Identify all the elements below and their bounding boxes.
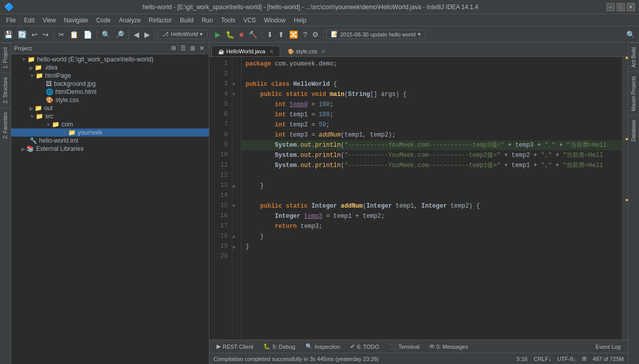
plain (286, 100, 289, 110)
plain: + (556, 140, 567, 150)
tab-close-icon[interactable]: ✕ (321, 49, 325, 54)
fold-arrow: ▼ (21, 57, 26, 62)
bottom-tab-event-log[interactable]: Event Log (590, 342, 626, 351)
plain (246, 89, 260, 100)
bottom-tab-terminal[interactable]: ⬛ Terminal (384, 342, 425, 351)
layout-icon[interactable]: ☰ (179, 44, 188, 52)
plain: (temp1, temp2); (341, 130, 395, 140)
side-tab-project[interactable]: 1: Project (1, 43, 10, 73)
toolbar-vcs-btn[interactable]: 🔀 (287, 29, 300, 40)
menu-refactor[interactable]: Refactor (145, 16, 176, 25)
toolbar-settings-btn[interactable]: ⚙ (310, 29, 321, 40)
vcs-dropdown-icon[interactable]: ▾ (418, 31, 421, 38)
java-file-icon: ☕ (218, 49, 224, 54)
menu-run[interactable]: Run (198, 16, 217, 25)
toolbar-back-btn[interactable]: ◀ (132, 29, 141, 40)
window-controls[interactable]: ─ □ ✕ (606, 3, 635, 11)
plain: temp1, (392, 201, 421, 211)
toolbar-help-btn[interactable]: ? (301, 29, 309, 40)
vcs-commit-msg[interactable]: 📝 2015-08-30 update hello world ▾ (326, 29, 425, 39)
toolbar-stop-btn[interactable]: ■ (237, 29, 246, 40)
side-tab-structure[interactable]: 2: Structure (1, 73, 10, 108)
toolbar-find-btn[interactable]: 🔍 (100, 29, 112, 40)
plain: } (246, 231, 264, 242)
maximize-button[interactable]: □ (617, 3, 625, 11)
tree-item-style-css[interactable]: 🎨 style.css (11, 96, 209, 104)
tree-item-bg-jpg[interactable]: 🖼 background.jpg (11, 80, 209, 88)
menu-vcs[interactable]: VCS (239, 16, 260, 25)
bottom-tab-todo[interactable]: ✔ 6: TODO (345, 342, 384, 351)
gutter-3[interactable]: ▼ (232, 79, 241, 89)
gutter-4[interactable]: ▼ (232, 89, 241, 100)
toolbar-project-select[interactable]: HelloWorld ▾ (171, 31, 203, 38)
toolbar-replace-btn[interactable]: 🔎 (113, 29, 126, 40)
code-editor[interactable]: package com.youmeek.demo; public class H… (241, 57, 622, 340)
menu-edit[interactable]: Edit (20, 16, 39, 25)
minimize-button[interactable]: ─ (606, 3, 615, 11)
toolbar-vcs-commit-btn[interactable]: ⬆ (276, 29, 286, 40)
tree-item-idea[interactable]: ▶ 📁 .idea (11, 63, 209, 72)
menu-build[interactable]: Build (176, 16, 198, 25)
toolbar-sync-btn[interactable]: 🔄 (16, 29, 28, 40)
settings-icon[interactable]: ⊞ (189, 44, 197, 52)
close-panel-icon[interactable]: ✕ (198, 44, 206, 52)
toolbar-cut-btn[interactable]: ✂ (56, 29, 67, 40)
tree-item-src[interactable]: ▼ 📁 src (11, 112, 209, 120)
gutter-15[interactable]: ▼ (232, 201, 241, 211)
tree-item-ext-libs[interactable]: ▶ 📚 External Libraries (11, 145, 209, 153)
plain (246, 110, 275, 120)
bottom-tab-debug[interactable]: 🐛 5: Debug (258, 342, 300, 351)
cursor-position[interactable]: 5:16 (517, 356, 528, 362)
bottom-tab-rest-client[interactable]: ▶ REST Client (211, 342, 258, 351)
menu-file[interactable]: File (2, 16, 20, 25)
tree-item-com[interactable]: ▼ 📁 com (11, 120, 209, 128)
cls-system: System (275, 140, 297, 150)
close-button[interactable]: ✕ (627, 3, 635, 11)
tree-item-html-demo[interactable]: 🌐 htmlDemo.html (11, 88, 209, 96)
side-tab-ant-build[interactable]: Ant Build (629, 43, 638, 72)
toolbar-debug-btn[interactable]: 🐛 (224, 29, 236, 40)
menu-help[interactable]: Help (290, 16, 311, 25)
menu-analyze[interactable]: Analyze (115, 16, 145, 25)
toolbar-forward-btn[interactable]: ▶ (142, 29, 152, 40)
gutter-18[interactable]: ▲ (232, 231, 241, 242)
toolbar-run-btn[interactable]: ▶ (213, 29, 223, 40)
tree-item-hello-world[interactable]: ▼ 📁 hello-world (E:\git_work_space\hello… (11, 55, 209, 63)
menu-code[interactable]: Code (92, 16, 115, 25)
toolbar-paste-btn[interactable]: 📄 (81, 29, 94, 40)
menu-tools[interactable]: Tools (217, 16, 239, 25)
cls-integer: Integer (312, 201, 337, 211)
gutter-13[interactable]: ▲ (232, 181, 241, 191)
side-tab-maven-projects[interactable]: Maven Projects (629, 72, 638, 115)
line-num-4: 4 (214, 89, 228, 100)
bottom-tab-inspection[interactable]: 🔍 Inspection (300, 342, 345, 351)
menu-window[interactable]: Window (260, 16, 290, 25)
tree-item-iml[interactable]: 🔧 hello-world.iml (11, 137, 209, 145)
side-tab-database[interactable]: Database (629, 115, 638, 146)
menu-view[interactable]: View (39, 16, 60, 25)
toolbar-copy-btn[interactable]: 📋 (68, 29, 80, 40)
tab-helloworld[interactable]: ☕ HelloWorld.java ✕ (211, 46, 280, 56)
toolbar-vcs-update-btn[interactable]: ⬇ (265, 29, 275, 40)
toolbar-redo-btn[interactable]: ↪ (41, 29, 51, 40)
tree-item-youmeek[interactable]: ▼ 📁 youmeek (11, 128, 209, 137)
toolbar-undo-btn[interactable]: ↩ (29, 29, 40, 40)
bottom-tab-messages[interactable]: ✉ 0: Messages (424, 342, 473, 351)
tab-close-icon[interactable]: ✕ (269, 49, 273, 54)
code-line-1: package com.youmeek.demo; (241, 59, 622, 69)
menu-navigate[interactable]: Navigate (60, 16, 92, 25)
encoding[interactable]: UTF-8↓ (557, 356, 576, 362)
tree-item-htmlpage[interactable]: ▼ 📁 htmlPage (11, 72, 209, 80)
gutter-19[interactable]: ▲ (232, 242, 241, 252)
toolbar-search-btn[interactable]: 🔍 (624, 29, 637, 40)
toolbar-save-btn[interactable]: 💾 (2, 29, 15, 40)
toolbar-build-btn[interactable]: 🔨 (247, 29, 259, 40)
toolbar-branch[interactable]: ⎇ HelloWorld ▾ (158, 29, 207, 39)
tab-stylecss[interactable]: 🎨 style.css ✕ (281, 46, 332, 56)
gear-icon[interactable]: ⚙ (169, 44, 178, 52)
gutter-16 (232, 211, 241, 221)
tree-item-out[interactable]: ▶ 📁 out (11, 104, 209, 112)
side-tab-favorites[interactable]: 2: Favorites (1, 108, 10, 143)
line-ending[interactable]: CRLF↓ (534, 356, 551, 362)
terminal-label: Terminal (399, 344, 420, 350)
